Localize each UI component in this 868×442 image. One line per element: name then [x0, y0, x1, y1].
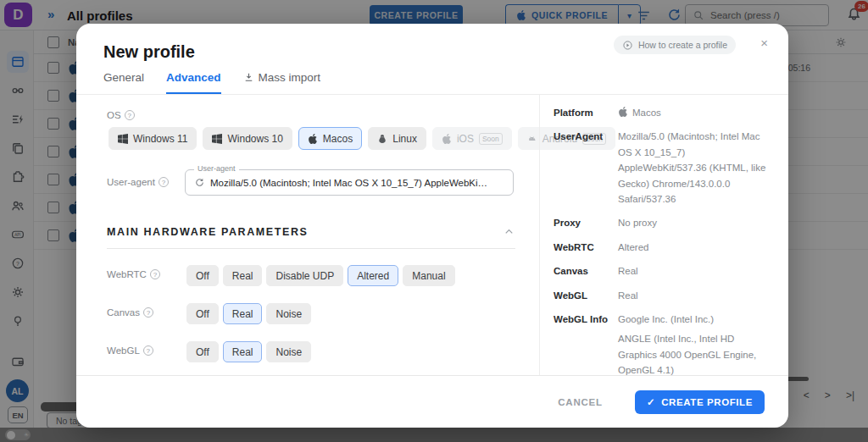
- app-screen: D » All profiles CREATE PROFILE QUICK PR…: [0, 0, 868, 442]
- user-agent-label-text: User-agent: [107, 177, 155, 187]
- webrtc-altered[interactable]: Altered: [348, 265, 398, 286]
- canvas-off[interactable]: Off: [186, 303, 219, 324]
- os-label-text: OS: [107, 110, 121, 120]
- summary-value: Google Inc. (Intel Inc.): [618, 314, 714, 324]
- apple-icon: [308, 134, 318, 144]
- tab-advanced[interactable]: Advanced: [166, 71, 221, 94]
- question-icon[interactable]: ?: [143, 345, 153, 356]
- chevron-up-icon[interactable]: [503, 225, 515, 238]
- os-option-windows-11[interactable]: Windows 11: [108, 127, 197, 150]
- user-agent-label: User-agent ?: [107, 177, 169, 187]
- how-to-create-button[interactable]: How to create a profile: [614, 36, 736, 54]
- apple-icon: [442, 134, 452, 144]
- summary-row-webgl-info: WebGL Info Google Inc. (Intel Inc.) ANGL…: [554, 312, 766, 375]
- regenerate-ua-icon[interactable]: [194, 177, 205, 188]
- summary-row-webrtc: WebRTC Altered: [554, 240, 766, 255]
- webrtc-label: WebRTC ?: [107, 269, 160, 279]
- summary-row-useragent: UserAgent Mozilla/5.0 (Macintosh; Intel …: [554, 129, 766, 207]
- webrtc-manual[interactable]: Manual: [403, 265, 454, 286]
- canvas-label-text: Canvas: [107, 307, 140, 318]
- android-icon: [527, 134, 537, 144]
- canvas-real[interactable]: Real: [223, 303, 263, 324]
- summary-value: No proxy: [618, 215, 657, 230]
- soon-badge: Soon: [479, 133, 503, 145]
- windows-icon: [212, 134, 222, 144]
- summary-value: Macos: [632, 105, 661, 120]
- modal-title: New profile: [103, 42, 195, 62]
- modal-tabs: General Advanced Mass import: [103, 71, 320, 94]
- user-agent-input[interactable]: [210, 178, 490, 188]
- main-hardware-section-header[interactable]: MAIN HARDWARE PARAMETERS: [107, 225, 515, 249]
- chip-label: Linux: [392, 133, 417, 145]
- tab-mass-import[interactable]: Mass import: [243, 71, 321, 94]
- webrtc-real[interactable]: Real: [223, 265, 263, 286]
- check-icon: ✓: [647, 396, 655, 408]
- webrtc-off[interactable]: Off: [186, 265, 219, 286]
- canvas-options: Off Real Noise: [186, 303, 311, 324]
- cancel-button[interactable]: CANCEL: [558, 397, 603, 407]
- webgl-off[interactable]: Off: [186, 341, 219, 362]
- webrtc-options: Off Real Disable UDP Altered Manual: [186, 265, 455, 286]
- summary-label: WebGL: [554, 288, 618, 303]
- close-icon[interactable]: ×: [760, 36, 768, 50]
- chip-label: Macos: [323, 133, 353, 145]
- summary-row-canvas: Canvas Real: [554, 263, 766, 279]
- question-icon[interactable]: ?: [125, 110, 135, 120]
- webgl-label-text: WebGL: [107, 345, 140, 356]
- summary-row-webgl: WebGL Real: [554, 288, 766, 303]
- summary-value: Altered: [618, 240, 648, 255]
- section-title: MAIN HARDWARE PARAMETERS: [107, 226, 308, 238]
- summary-value: Real: [618, 288, 638, 303]
- how-to-create-label: How to create a profile: [638, 40, 727, 50]
- webgl-label: WebGL ?: [107, 345, 153, 356]
- tab-mass-import-label: Mass import: [259, 71, 321, 84]
- windows-icon: [118, 134, 128, 144]
- os-label: OS ?: [107, 110, 135, 120]
- user-agent-field[interactable]: User-agent: [185, 169, 514, 196]
- question-icon[interactable]: ?: [143, 307, 153, 318]
- summary-value: Mozilla/5.0 (Macintosh; Intel Mac OS X 1…: [618, 129, 766, 207]
- os-option-macos[interactable]: Macos: [298, 127, 362, 150]
- webgl-noise[interactable]: Noise: [266, 341, 311, 362]
- webrtc-label-text: WebRTC: [107, 269, 147, 279]
- summary-label: UserAgent: [554, 129, 618, 207]
- summary-label: Platform: [554, 105, 618, 120]
- video-play-icon: [622, 40, 633, 51]
- create-profile-label: CREATE PROFILE: [661, 397, 753, 407]
- create-profile-button[interactable]: ✓ CREATE PROFILE: [635, 390, 765, 414]
- chip-label: Windows 11: [133, 133, 187, 145]
- webgl-options: Off Real Noise: [186, 341, 311, 362]
- summary-row-proxy: Proxy No proxy: [554, 215, 766, 230]
- tab-general[interactable]: General: [103, 71, 144, 94]
- linux-icon: [377, 134, 387, 144]
- os-option-linux[interactable]: Linux: [368, 127, 426, 150]
- summary-label: WebGL Info: [554, 312, 618, 375]
- chip-label: Windows 10: [227, 133, 282, 145]
- apple-icon: [618, 107, 628, 117]
- os-option-ios: iOSSoon: [432, 127, 512, 150]
- summary-label: Proxy: [554, 215, 618, 230]
- os-option-windows-10[interactable]: Windows 10: [203, 127, 292, 150]
- question-icon[interactable]: ?: [159, 177, 169, 187]
- summary-value: Real: [618, 263, 638, 279]
- summary-row-platform: Platform Macos: [554, 105, 766, 120]
- summary-value-2: ANGLE (Intel Inc., Intel HD Graphics 400…: [618, 331, 766, 375]
- download-icon: [243, 72, 254, 83]
- webgl-real[interactable]: Real: [223, 341, 263, 362]
- modal-footer: CANCEL ✓ CREATE PROFILE: [76, 375, 788, 428]
- field-floating-label: User-agent: [194, 164, 239, 173]
- summary-label: Canvas: [554, 263, 618, 279]
- new-profile-modal: New profile How to create a profile × Ge…: [76, 24, 788, 428]
- summary-label: WebRTC: [554, 240, 618, 255]
- chip-label: iOS: [457, 133, 474, 145]
- webrtc-disable-udp[interactable]: Disable UDP: [266, 265, 343, 286]
- canvas-noise[interactable]: Noise: [266, 303, 311, 324]
- question-icon[interactable]: ?: [150, 269, 160, 279]
- profile-summary-panel: Platform Macos UserAgent Mozilla/5.0 (Ma…: [539, 95, 766, 375]
- canvas-label: Canvas ?: [107, 307, 153, 318]
